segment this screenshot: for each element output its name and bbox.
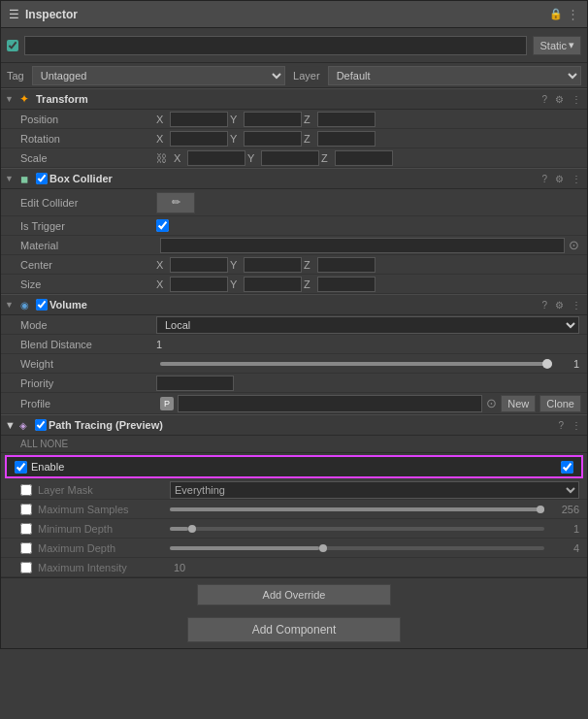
add-component-row: Add Component [1, 611, 587, 648]
max-samples-checkbox[interactable] [20, 504, 32, 515]
lock-icon[interactable]: 🔒 [549, 8, 563, 20]
enable-row: Enable [5, 455, 583, 478]
volume-enabled-checkbox[interactable] [36, 299, 48, 310]
material-input[interactable]: None (Physic Material) [160, 238, 565, 253]
transform-section-header[interactable]: ▼ ✦ Transform ? ⚙ ⋮ [1, 88, 587, 110]
static-button[interactable]: Static ▾ [533, 36, 581, 55]
position-x-label: X [156, 114, 168, 125]
weight-value: 1 [556, 358, 579, 370]
collider-section-header[interactable]: ▼ ◼ Box Collider ? ⚙ ⋮ [1, 168, 587, 189]
transform-title: Transform [36, 93, 539, 105]
volume-menu-btn[interactable]: ⋮ [570, 300, 583, 310]
transform-icon: ✦ [16, 91, 32, 107]
volume-settings-btn[interactable]: ⚙ [553, 300, 566, 310]
rotation-x-input[interactable]: 0 [170, 131, 228, 147]
profile-name-input[interactable]: Box Volume Profile (Volume Profile) [178, 395, 482, 412]
volume-section-header[interactable]: ▼ ◉ Volume ? ⚙ ⋮ [1, 294, 587, 315]
layer-mask-checkbox[interactable] [20, 484, 32, 496]
min-depth-checkbox[interactable] [20, 523, 32, 535]
tag-layer-row: Tag Untagged Layer Default [1, 63, 587, 88]
position-x-input[interactable]: 0 [170, 112, 228, 127]
title-menu-icon[interactable]: ⋮ [567, 7, 579, 21]
size-z-input[interactable]: 1 [317, 277, 376, 292]
max-samples-fill [170, 507, 544, 511]
collider-help-btn[interactable]: ? [539, 174, 549, 184]
scale-x-input[interactable]: 5 [187, 150, 245, 166]
mode-label: Mode [20, 319, 156, 331]
scale-z-input[interactable]: 5 [335, 150, 393, 166]
max-intensity-value: 10 [170, 562, 579, 573]
profile-picker-btn[interactable]: ⊙ [486, 396, 497, 410]
layer-mask-select[interactable]: Everything [170, 481, 579, 499]
size-z-label: Z [304, 278, 315, 290]
tag-select[interactable]: Untagged [32, 66, 285, 85]
is-trigger-label: Is Trigger [20, 220, 156, 232]
transform-menu-btn[interactable]: ⋮ [570, 94, 583, 105]
profile-row: Profile P Box Volume Profile (Volume Pro… [1, 393, 587, 414]
weight-row: Weight 1 [1, 354, 587, 374]
collider-settings-btn[interactable]: ⚙ [553, 174, 566, 184]
max-intensity-row: Maximum Intensity 10 [1, 558, 587, 577]
transform-settings-btn[interactable]: ⚙ [553, 94, 566, 105]
position-y-input[interactable]: 0 [244, 112, 302, 127]
transform-actions: ? ⚙ ⋮ [539, 94, 583, 105]
position-z-input[interactable]: 0 [317, 112, 376, 127]
path-tracing-section-header[interactable]: ▼ ◈ Path Tracing (Preview) ? ⋮ [1, 414, 587, 436]
add-override-btn[interactable]: Add Override [197, 584, 391, 605]
edit-collider-btn[interactable]: ✏ [156, 192, 195, 213]
collider-actions: ? ⚙ ⋮ [539, 174, 583, 184]
path-tracing-menu-btn[interactable]: ⋮ [570, 420, 583, 431]
path-tracing-help-btn[interactable]: ? [556, 420, 566, 431]
rotation-z-input[interactable]: 0 [317, 131, 376, 147]
add-component-btn[interactable]: Add Component [187, 617, 401, 642]
max-depth-fill [170, 546, 319, 550]
size-y-input[interactable]: 1 [244, 277, 302, 292]
rotation-y-label: Y [230, 133, 242, 145]
edit-collider-row: Edit Collider ✏ [1, 189, 587, 216]
profile-new-btn[interactable]: New [501, 395, 536, 412]
center-z-input[interactable]: 0 [317, 257, 376, 273]
mode-select[interactable]: Local [156, 316, 579, 334]
collider-menu-btn[interactable]: ⋮ [570, 174, 583, 184]
object-name-input[interactable]: Box Volume [24, 36, 527, 55]
object-header: Box Volume Static ▾ [1, 28, 587, 63]
rotation-y-input[interactable]: 0 [244, 131, 302, 147]
inspector-tab-icon: ☰ [9, 8, 19, 21]
max-depth-checkbox[interactable] [20, 542, 32, 554]
path-tracing-enabled-checkbox[interactable] [35, 419, 47, 431]
min-depth-slider[interactable] [170, 527, 544, 531]
object-enabled-checkbox[interactable] [7, 40, 18, 51]
weight-slider-track[interactable] [160, 362, 552, 366]
volume-help-btn[interactable]: ? [539, 300, 549, 310]
center-x-input[interactable]: 0 [170, 257, 228, 273]
priority-row: Priority 0 [1, 374, 587, 393]
max-samples-slider[interactable] [170, 507, 544, 511]
weight-slider-fill [160, 362, 552, 366]
layer-select[interactable]: Default [328, 66, 581, 85]
is-trigger-checkbox[interactable] [156, 219, 169, 232]
size-label: Size [20, 278, 156, 290]
scale-y-input[interactable]: 5 [261, 150, 319, 166]
volume-arrow: ▼ [5, 300, 16, 310]
size-x-label: X [156, 278, 168, 290]
enable-label: Enable [31, 461, 557, 473]
center-y-input[interactable]: 0 [244, 257, 302, 273]
profile-clone-btn[interactable]: Clone [539, 395, 581, 412]
material-row: Material None (Physic Material) ⊙ [1, 236, 587, 255]
size-xyz: X 1 Y 1 Z 1 [156, 277, 579, 292]
enable-right-checkbox[interactable] [561, 461, 573, 474]
enable-left-checkbox[interactable] [15, 461, 27, 474]
collider-enabled-checkbox[interactable] [36, 173, 48, 184]
priority-input[interactable]: 0 [156, 376, 234, 391]
transform-help-btn[interactable]: ? [539, 94, 549, 105]
max-samples-thumb [537, 506, 544, 513]
size-x-input[interactable]: 1 [170, 277, 228, 292]
material-picker-btn[interactable]: ⊙ [569, 238, 579, 252]
center-y-label: Y [230, 259, 242, 271]
rotation-row: Rotation X 0 Y 0 Z 0 [1, 129, 587, 148]
path-tracing-arrow: ▼ [5, 419, 16, 431]
max-depth-slider[interactable] [170, 546, 544, 550]
max-intensity-checkbox[interactable] [20, 562, 32, 573]
position-xyz: X 0 Y 0 Z 0 [156, 112, 579, 127]
size-row: Size X 1 Y 1 Z 1 [1, 275, 587, 294]
